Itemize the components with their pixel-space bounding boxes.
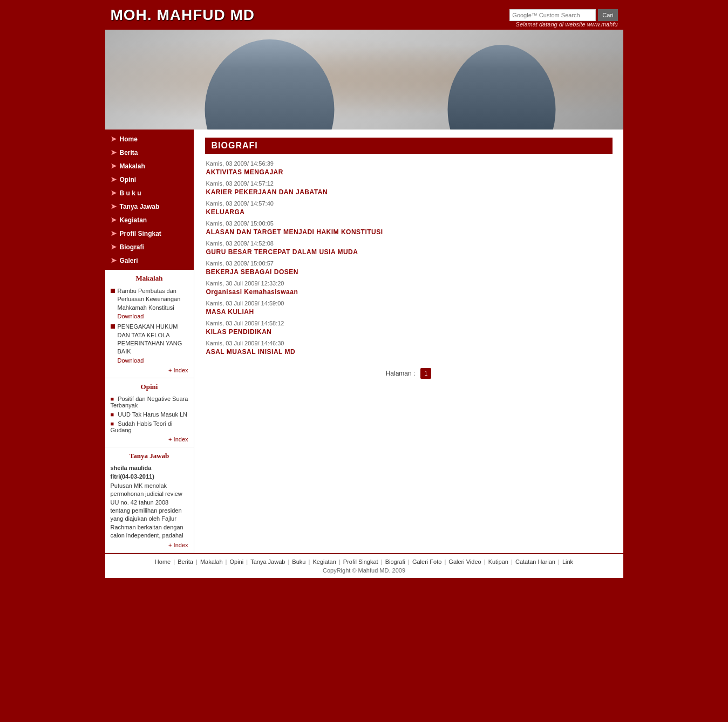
tanya-jawab-text: Putusan MK menolak permohonan judicial r… — [111, 482, 188, 540]
nav-label-biografi: Biografi — [120, 243, 144, 251]
biografi-table: Kamis, 03 2009/ 14:56:39 AKTIVITAS MENGA… — [205, 159, 613, 360]
navigation: ➤ Home ➤ Berita ➤ Makalah ➤ Opini ➤ B — [105, 130, 194, 270]
footer-separator: | — [172, 558, 176, 565]
nav-arrow-icon: ➤ — [111, 243, 117, 251]
nav-arrow-icon: ➤ — [111, 202, 117, 210]
bullet-icon — [111, 289, 115, 293]
nav-item-opini[interactable]: ➤ Opini — [105, 173, 194, 186]
footer-link-makalah[interactable]: Makalah — [200, 558, 223, 565]
nav-item-makalah[interactable]: ➤ Makalah — [105, 159, 194, 173]
nav-item-profil-singkat[interactable]: ➤ Profil Singkat — [105, 227, 194, 240]
footer-link-catatan-harian[interactable]: Catatan Harian — [515, 558, 555, 565]
footer-link-opini[interactable]: Opini — [229, 558, 243, 565]
footer-separator: | — [224, 558, 229, 565]
opini-link-2[interactable]: UUD Tak Harus Masuk LN — [118, 411, 187, 418]
footer-separator: | — [556, 558, 561, 565]
opini-link-1[interactable]: Positif dan Negative Suara Terbanyak — [111, 396, 188, 408]
nav-item-tanya-jawab[interactable]: ➤ Tanya Jawab — [105, 200, 194, 213]
sidebar-makalah-text-1: Rambu Pembatas dan Perluasan Kewenangan … — [118, 288, 181, 311]
banner-image — [105, 30, 623, 130]
footer-separator: | — [286, 558, 291, 565]
search-input[interactable] — [509, 9, 596, 21]
footer: Home | Berita | Makalah | Opini | Tanya … — [105, 553, 623, 578]
sidebar-opini-item-3: ■ Sudah Habis Teori di Gudang — [111, 420, 188, 433]
nav-item-berita[interactable]: ➤ Berita — [105, 146, 194, 159]
makalah-index-link: + Index — [111, 367, 188, 373]
nav-item-biografi[interactable]: ➤ Biografi — [105, 240, 194, 254]
tanya-jawab-author: sheila maulida — [111, 465, 188, 471]
biografi-date-9: Kamis, 03 Juli 2009/ 14:46:30 — [206, 340, 611, 346]
main-content: BIOGRAFI Kamis, 03 2009/ 14:56:39 AKTIVI… — [194, 130, 623, 553]
sidebar-makalah-text-2: PENEGAKAN HUKUM DAN TATA KELOLA PEMERINT… — [118, 323, 182, 355]
makalah-download-2[interactable]: Download — [118, 357, 188, 364]
pagination-number[interactable]: 1 — [420, 368, 431, 379]
footer-separator: | — [406, 558, 411, 565]
nav-item-buku[interactable]: ➤ B u k u — [105, 186, 194, 200]
search-button[interactable]: Cari — [598, 9, 617, 21]
nav-item-home[interactable]: ➤ Home — [105, 132, 194, 146]
sidebar-tanya-jawab-section: Tanya Jawab sheila maulida fitri(04-03-2… — [105, 447, 194, 554]
nav-arrow-icon: ➤ — [111, 229, 117, 237]
nav-item-kegiatan[interactable]: ➤ Kegiatan — [105, 213, 194, 227]
nav-arrow-icon: ➤ — [111, 148, 117, 156]
footer-separator: | — [482, 558, 487, 565]
biografi-link-4[interactable]: GURU BESAR TERCEPAT DALAM USIA MUDA — [206, 248, 358, 256]
pagination: Halaman : 1 — [205, 368, 613, 379]
sidebar-makalah-title: Makalah — [111, 274, 188, 283]
biografi-link-3[interactable]: ALASAN DAN TARGET MENJADI HAKIM KONSTITU… — [206, 228, 383, 236]
page-title: BIOGRAFI — [205, 138, 613, 154]
biografi-link-2[interactable]: KELUARGA — [206, 208, 245, 216]
biografi-link-8[interactable]: KILAS PENDIDIKAN — [206, 328, 272, 336]
nav-arrow-icon: ➤ — [111, 216, 117, 224]
tanya-jawab-index-anchor[interactable]: + Index — [168, 542, 188, 548]
footer-link-berita[interactable]: Berita — [178, 558, 193, 565]
opini-index-anchor[interactable]: + Index — [168, 436, 188, 442]
biografi-link-0[interactable]: AKTIVITAS MENGAJAR — [206, 168, 283, 176]
footer-link-kegiatan[interactable]: Kegiatan — [312, 558, 336, 565]
footer-link-link[interactable]: Link — [562, 558, 573, 565]
biografi-link-5[interactable]: BEKERJA SEBAGAI DOSEN — [206, 268, 298, 276]
opini-index-link: + Index — [111, 436, 188, 442]
sidebar-opini-item-2: ■ UUD Tak Harus Masuk LN — [111, 411, 188, 418]
footer-separator: | — [337, 558, 342, 565]
tanya-jawab-content: sheila maulida fitri(04-03-2011) Putusan… — [111, 465, 188, 540]
footer-link-home[interactable]: Home — [155, 558, 171, 565]
footer-links: Home | Berita | Makalah | Opini | Tanya … — [111, 558, 618, 565]
footer-separator: | — [379, 558, 384, 565]
opini-link-3[interactable]: Sudah Habis Teori di Gudang — [111, 420, 173, 433]
site-logo: MOH. MAHFUD MD — [111, 6, 510, 24]
search-form: Cari — [509, 9, 617, 21]
footer-link-buku[interactable]: Buku — [292, 558, 305, 565]
biografi-link-7[interactable]: MASA KULIAH — [206, 308, 254, 316]
nav-label-berita: Berita — [120, 149, 138, 156]
sidebar-opini-item-1: ■ Positif dan Negative Suara Terbanyak — [111, 396, 188, 408]
footer-link-galeri-foto[interactable]: Galeri Foto — [412, 558, 441, 565]
footer-link-biografi[interactable]: Biografi — [385, 558, 405, 565]
nav-item-galeri[interactable]: ➤ Galeri — [105, 254, 194, 267]
footer-separator: | — [443, 558, 447, 565]
opini-bullet-icon: ■ — [111, 420, 114, 427]
biografi-link-1[interactable]: KARIER PEKERJAAN DAN JABATAN — [206, 188, 328, 196]
nav-arrow-icon: ➤ — [111, 135, 117, 143]
makalah-download-1[interactable]: Download — [118, 313, 188, 319]
nav-arrow-icon: ➤ — [111, 189, 117, 197]
biografi-date-8: Kamis, 03 Juli 2009/ 14:58:12 — [206, 320, 611, 326]
biografi-date-7: Kamis, 03 Juli 2009/ 14:59:00 — [206, 300, 611, 306]
sidebar-tanya-jawab-title: Tanya Jawab — [111, 452, 188, 460]
biografi-link-6[interactable]: Organisasi Kemahasiswaan — [206, 288, 298, 296]
nav-label-galeri: Galeri — [120, 257, 138, 264]
biografi-link-9[interactable]: ASAL MUASAL INISIAL MD — [206, 348, 296, 356]
footer-separator: | — [509, 558, 514, 565]
biografi-date-2: Kamis, 03 2009/ 14:57:40 — [206, 200, 611, 207]
footer-link-galeri-video[interactable]: Galeri Video — [448, 558, 481, 565]
nav-arrow-icon: ➤ — [111, 175, 117, 183]
footer-link-tanya-jawab[interactable]: Tanya Jawab — [250, 558, 285, 565]
pagination-label: Halaman : — [386, 370, 416, 377]
nav-label-makalah: Makalah — [120, 162, 145, 170]
footer-link-kutipan[interactable]: Kutipan — [488, 558, 508, 565]
sidebar: ➤ Home ➤ Berita ➤ Makalah ➤ Opini ➤ B — [105, 130, 194, 553]
footer-copyright: CopyRight © Mahfud MD. 2009 — [111, 567, 618, 574]
footer-link-profil-singkat[interactable]: Profil Singkat — [343, 558, 378, 565]
opini-bullet-icon: ■ — [111, 411, 114, 418]
makalah-index-anchor[interactable]: + Index — [168, 367, 188, 373]
